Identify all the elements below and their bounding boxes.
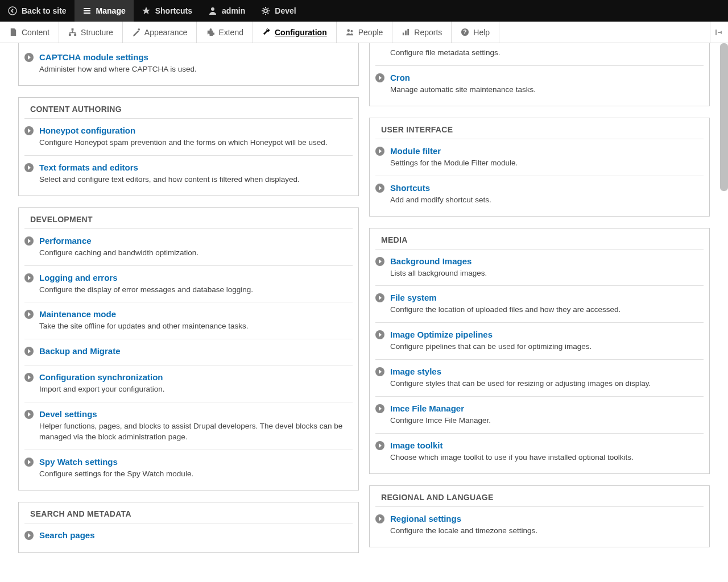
link-title[interactable]: File system: [390, 293, 437, 302]
link-performance: Performance Configure caching and bandwi…: [24, 229, 353, 266]
panel-regional: REGIONAL AND LANGUAGE Regional settings …: [369, 485, 710, 547]
link-file-metadata: Configure file metadata settings.: [375, 45, 704, 66]
link-title[interactable]: Image Optimize pipelines: [390, 330, 493, 339]
manage-button[interactable]: Manage: [75, 0, 134, 22]
panel-development: DEVELOPMENT Performance Configure cachin…: [18, 207, 359, 490]
svg-rect-10: [405, 31, 407, 35]
svg-point-6: [138, 28, 140, 31]
svg-rect-4: [69, 34, 71, 36]
link-text-formats: Text formats and editors Select and conf…: [24, 156, 353, 192]
chevron-right-icon: [375, 367, 384, 376]
tab-people-label: People: [358, 28, 383, 37]
link-title[interactable]: Image toolkit: [390, 440, 443, 450]
link-logging: Logging and errors Configure the display…: [24, 266, 353, 303]
chevron-right-icon: [375, 514, 384, 523]
svg-rect-9: [403, 32, 404, 35]
panel-system: Configure file metadata settings. Cron M…: [369, 43, 710, 106]
link-spy-watch: Spy Watch settings Configure settings fo…: [24, 450, 353, 487]
link-backup: Backup and Migrate: [24, 339, 353, 365]
scrollbar[interactable]: [720, 43, 728, 191]
link-title[interactable]: Cron: [390, 73, 410, 82]
tab-people[interactable]: People: [337, 22, 393, 43]
chevron-right-icon: [24, 126, 34, 135]
top-toolbar: Back to site Manage Shortcuts admin Deve…: [0, 0, 728, 22]
link-bg-images: Background Images Lists all background i…: [375, 250, 704, 286]
link-file-system: File system Configure the location of up…: [375, 286, 704, 323]
orientation-toggle[interactable]: [710, 22, 728, 43]
chevron-right-icon: [24, 163, 34, 172]
admin-button[interactable]: admin: [200, 0, 253, 22]
link-devel-settings: Devel settings Helper functions, pages, …: [24, 402, 353, 450]
link-desc: Settings for the Module Filter module.: [390, 158, 704, 169]
chevron-right-icon: [24, 53, 34, 62]
tab-help[interactable]: ? Help: [452, 22, 499, 43]
link-title[interactable]: Search pages: [39, 530, 95, 540]
toggle-icon: [715, 28, 724, 37]
link-desc: Configure the display of error messages …: [39, 285, 353, 296]
tab-extend-label: Extend: [218, 28, 243, 37]
tab-extend[interactable]: Extend: [197, 22, 253, 43]
link-title[interactable]: Background Images: [390, 256, 471, 266]
wrench-icon: [262, 28, 271, 36]
panel-media: MEDIA Background Images Lists all backgr…: [369, 228, 710, 474]
link-title[interactable]: Image styles: [390, 367, 441, 376]
link-title[interactable]: Configuration synchronization: [39, 372, 163, 382]
chevron-left-icon: [8, 6, 17, 15]
link-title[interactable]: Backup and Migrate: [39, 346, 121, 356]
tab-reports-label: Reports: [414, 28, 442, 37]
link-title[interactable]: Shortcuts: [390, 183, 430, 193]
link-title[interactable]: Logging and errors: [39, 273, 118, 282]
svg-rect-5: [74, 34, 76, 36]
tab-reports[interactable]: Reports: [392, 22, 452, 43]
panel-header: MEDIA: [375, 228, 704, 250]
link-desc: Configure styles that can be used for re…: [390, 379, 704, 389]
link-title[interactable]: Imce File Manager: [390, 404, 464, 413]
shortcuts-button[interactable]: Shortcuts: [134, 0, 200, 22]
devel-button[interactable]: Devel: [253, 0, 304, 22]
panel-header: REGIONAL AND LANGUAGE: [375, 486, 704, 507]
link-desc: Choose which image toolkit to use if you…: [390, 452, 704, 463]
menu-icon: [82, 6, 92, 15]
tab-structure-label: Structure: [81, 28, 113, 37]
link-title[interactable]: CAPTCHA module settings: [39, 52, 148, 62]
panel-user-interface: USER INTERFACE Module filter Settings fo…: [369, 118, 710, 217]
svg-point-2: [264, 9, 267, 13]
appearance-icon: [132, 28, 140, 36]
panel-header: USER INTERFACE: [375, 118, 704, 139]
link-cron: Cron Manage automatic site maintenance t…: [375, 66, 704, 102]
tab-appearance[interactable]: Appearance: [123, 22, 197, 43]
link-desc: Configure the location of uploaded files…: [390, 305, 704, 315]
link-title[interactable]: Regional settings: [390, 514, 461, 523]
panel-search-metadata: SEARCH AND METADATA Search pages: [18, 502, 359, 553]
link-title[interactable]: Devel settings: [39, 409, 97, 419]
tab-help-label: Help: [473, 28, 490, 37]
link-title[interactable]: Text formats and editors: [39, 163, 138, 172]
link-title[interactable]: Maintenance mode: [39, 309, 116, 319]
shortcuts-label: Shortcuts: [155, 6, 192, 15]
back-to-site-button[interactable]: Back to site: [0, 0, 75, 22]
tab-structure[interactable]: Structure: [59, 22, 123, 43]
config-content: CAPTCHA module settings Administer how a…: [0, 43, 728, 576]
structure-icon: [68, 28, 77, 36]
svg-rect-14: [715, 30, 717, 35]
link-title[interactable]: Performance: [39, 236, 92, 246]
chevron-right-icon: [24, 531, 34, 540]
star-icon: [142, 6, 151, 15]
link-desc: Helper functions, pages, and blocks to a…: [39, 421, 353, 443]
tab-content[interactable]: Content: [0, 22, 59, 43]
tab-configuration[interactable]: Configuration: [253, 22, 337, 43]
svg-text:?: ?: [464, 29, 467, 35]
chevron-right-icon: [375, 257, 384, 266]
manage-label: Manage: [96, 6, 126, 15]
right-column: Configure file metadata settings. Cron M…: [369, 43, 710, 553]
svg-rect-11: [408, 29, 410, 35]
link-honeypot: Honeypot configuration Configure Honeypo…: [24, 119, 353, 156]
link-image-optimize: Image Optimize pipelines Configure pipel…: [375, 323, 704, 360]
link-title[interactable]: Honeypot configuration: [39, 126, 135, 135]
panel-header: CONTENT AUTHORING: [24, 98, 353, 119]
link-desc: Configure Honeypot spam prevention and t…: [39, 138, 353, 148]
link-title[interactable]: Module filter: [390, 146, 441, 156]
link-imce: Imce File Manager Configure Imce File Ma…: [375, 397, 704, 434]
link-title[interactable]: Spy Watch settings: [39, 457, 118, 467]
admin-menu: Content Structure Appearance Extend Conf…: [0, 22, 728, 43]
